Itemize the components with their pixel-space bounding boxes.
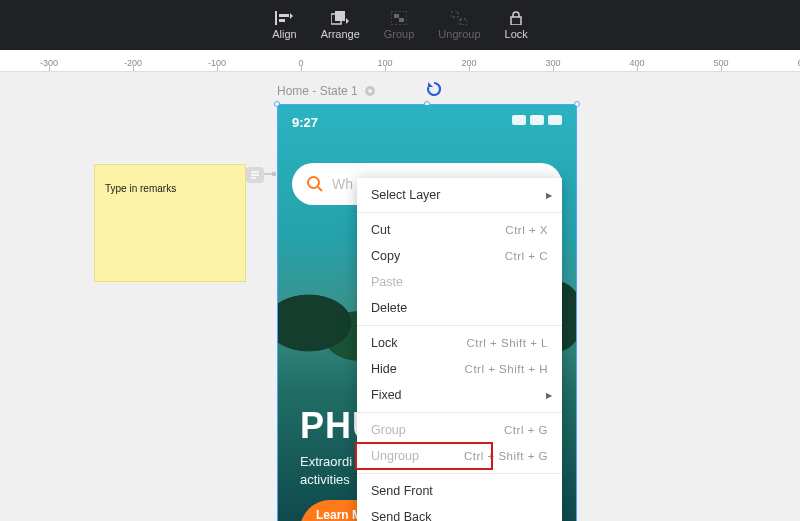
menu-label: Select Layer [371,188,440,202]
status-icons [512,115,562,125]
menu-copy[interactable]: CopyCtrl + C [357,243,562,269]
menu-label: Copy [371,249,400,263]
svg-rect-9 [460,19,467,25]
menu-separator [357,473,562,474]
status-time: 9:27 [292,115,318,130]
menu-label: Send Back [371,510,431,521]
hero-subline-2: activities [300,471,350,489]
group-icon [388,10,410,26]
artboard-label[interactable]: Home - State 1 [277,84,376,98]
svg-point-18 [368,89,372,93]
sticky-text: Type in remarks [105,183,176,194]
menu-send-front[interactable]: Send Front [357,478,562,504]
context-menu: Select Layer CutCtrl + X CopyCtrl + C Pa… [357,178,562,521]
menu-separator [357,325,562,326]
ungroup-label: Ungroup [438,28,480,40]
menu-hide[interactable]: HideCtrl + Shift + H [357,356,562,382]
svg-rect-6 [394,14,399,18]
shortcut: Ctrl + C [505,250,548,262]
svg-rect-1 [279,14,289,17]
menu-fixed[interactable]: Fixed [357,382,562,408]
menu-label: Send Front [371,484,433,498]
lock-label: Lock [505,28,528,40]
menu-label: Hide [371,362,397,376]
ungroup-icon [448,10,470,26]
shortcut: Ctrl + Shift + G [464,450,548,462]
svg-rect-0 [275,11,277,25]
svg-line-20 [318,187,322,191]
menu-label: Group [371,423,406,437]
menu-select-layer[interactable]: Select Layer [357,182,562,208]
align-icon [273,10,295,26]
gear-icon[interactable] [364,85,376,97]
menu-label: Paste [371,275,403,289]
align-tool[interactable]: Align [272,10,296,40]
shortcut: Ctrl + X [505,224,548,236]
sticky-tab-icon[interactable] [246,167,266,185]
shortcut: Ctrl + G [504,424,548,436]
menu-send-back[interactable]: Send Back [357,504,562,521]
align-label: Align [272,28,296,40]
arrange-tool[interactable]: Arrange [321,10,360,40]
menu-label: Delete [371,301,407,315]
hero-subline-1: Extraordi [300,453,352,471]
menu-cut[interactable]: CutCtrl + X [357,217,562,243]
arrange-icon [329,10,351,26]
menu-group: GroupCtrl + G [357,417,562,443]
svg-rect-4 [335,11,345,21]
svg-rect-10 [511,17,521,25]
menu-separator [357,212,562,213]
shortcut: Ctrl + Shift + L [466,337,548,349]
arrange-label: Arrange [321,28,360,40]
svg-rect-8 [451,11,458,17]
design-canvas[interactable]: Type in remarks Home - State 1 9:27 Wh P… [0,72,800,521]
shortcut: Ctrl + Shift + H [465,363,548,375]
menu-label: Lock [371,336,397,350]
svg-point-12 [272,172,276,176]
ungroup-tool: Ungroup [438,10,480,40]
horizontal-ruler: -300-200-1000100200300400500600700 [0,50,800,72]
menu-delete[interactable]: Delete [357,295,562,321]
search-icon [306,175,324,193]
menu-label: Ungroup [371,449,419,463]
svg-point-19 [308,177,319,188]
search-placeholder: Wh [332,176,353,192]
refresh-button[interactable] [425,80,443,98]
menu-label: Fixed [371,388,402,402]
svg-rect-2 [279,19,285,22]
menu-paste: Paste [357,269,562,295]
group-label: Group [384,28,415,40]
lock-icon [505,10,527,26]
top-toolbar: Align Arrange Group Ungroup Lock [0,0,800,50]
svg-rect-7 [399,18,404,22]
menu-lock[interactable]: LockCtrl + Shift + L [357,330,562,356]
sticky-note[interactable]: Type in remarks [94,164,246,282]
lock-tool[interactable]: Lock [505,10,528,40]
menu-label: Cut [371,223,390,237]
menu-ungroup: UngroupCtrl + Shift + G [357,443,562,469]
artboard-title: Home - State 1 [277,84,358,98]
group-tool: Group [384,10,415,40]
menu-separator [357,412,562,413]
